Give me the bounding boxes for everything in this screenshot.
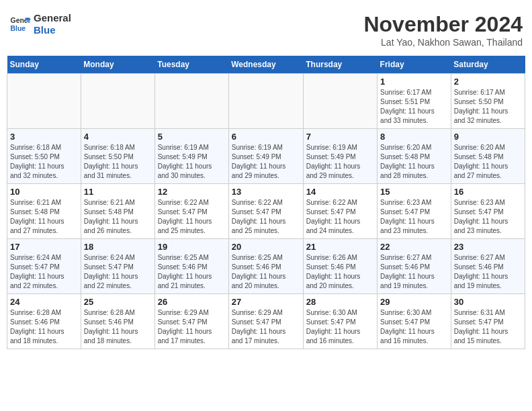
day-detail: Sunrise: 6:29 AM Sunset: 5:47 PM Dayligh… <box>158 308 226 346</box>
header: General Blue General Blue November 2024 … <box>7 7 525 53</box>
day-detail: Sunrise: 6:23 AM Sunset: 5:47 PM Dayligh… <box>380 198 448 236</box>
calendar-week-row: 3Sunrise: 6:18 AM Sunset: 5:50 PM Daylig… <box>7 129 525 184</box>
day-number: 8 <box>380 132 448 142</box>
title-area: November 2024 Lat Yao, Nakhon Sawan, Tha… <box>363 12 523 48</box>
calendar-cell: 8Sunrise: 6:20 AM Sunset: 5:48 PM Daylig… <box>378 129 451 184</box>
day-number: 25 <box>84 297 152 307</box>
calendar-cell: 21Sunrise: 6:26 AM Sunset: 5:46 PM Dayli… <box>303 239 377 294</box>
day-detail: Sunrise: 6:19 AM Sunset: 5:49 PM Dayligh… <box>232 143 300 181</box>
calendar-cell <box>154 74 228 129</box>
weekday-header-thursday: Thursday <box>303 56 377 74</box>
day-detail: Sunrise: 6:24 AM Sunset: 5:47 PM Dayligh… <box>84 253 152 291</box>
day-number: 30 <box>454 297 522 307</box>
weekday-header-row: SundayMondayTuesdayWednesdayThursdayFrid… <box>7 56 525 74</box>
day-number: 22 <box>380 242 448 252</box>
day-detail: Sunrise: 6:20 AM Sunset: 5:48 PM Dayligh… <box>380 143 448 181</box>
day-number: 13 <box>232 187 300 197</box>
day-detail: Sunrise: 6:22 AM Sunset: 5:47 PM Dayligh… <box>306 198 374 236</box>
day-detail: Sunrise: 6:18 AM Sunset: 5:50 PM Dayligh… <box>10 143 78 181</box>
day-detail: Sunrise: 6:19 AM Sunset: 5:49 PM Dayligh… <box>306 143 374 181</box>
location-subtitle: Lat Yao, Nakhon Sawan, Thailand <box>363 37 523 48</box>
day-detail: Sunrise: 6:25 AM Sunset: 5:46 PM Dayligh… <box>158 253 226 291</box>
day-detail: Sunrise: 6:21 AM Sunset: 5:48 PM Dayligh… <box>84 198 152 236</box>
weekday-header-friday: Friday <box>378 56 451 74</box>
calendar-cell: 12Sunrise: 6:22 AM Sunset: 5:47 PM Dayli… <box>154 184 228 239</box>
calendar-week-row: 10Sunrise: 6:21 AM Sunset: 5:48 PM Dayli… <box>7 184 525 239</box>
calendar-cell: 7Sunrise: 6:19 AM Sunset: 5:49 PM Daylig… <box>303 129 377 184</box>
weekday-header-wednesday: Wednesday <box>228 56 303 74</box>
day-number: 19 <box>158 242 226 252</box>
day-detail: Sunrise: 6:17 AM Sunset: 5:51 PM Dayligh… <box>380 88 448 126</box>
day-number: 17 <box>10 242 78 252</box>
day-number: 12 <box>158 187 226 197</box>
day-number: 24 <box>10 297 78 307</box>
calendar-cell: 27Sunrise: 6:29 AM Sunset: 5:47 PM Dayli… <box>228 294 303 349</box>
calendar-cell: 6Sunrise: 6:19 AM Sunset: 5:49 PM Daylig… <box>228 129 303 184</box>
logo-blue: Blue <box>34 24 71 36</box>
calendar-cell: 29Sunrise: 6:30 AM Sunset: 5:47 PM Dayli… <box>378 294 451 349</box>
day-number: 15 <box>380 187 448 197</box>
weekday-header-saturday: Saturday <box>451 56 525 74</box>
calendar-cell: 9Sunrise: 6:20 AM Sunset: 5:48 PM Daylig… <box>451 129 525 184</box>
day-number: 27 <box>232 297 300 307</box>
day-detail: Sunrise: 6:17 AM Sunset: 5:50 PM Dayligh… <box>454 88 522 126</box>
calendar-cell: 1Sunrise: 6:17 AM Sunset: 5:51 PM Daylig… <box>378 74 451 129</box>
day-number: 20 <box>232 242 300 252</box>
weekday-header-monday: Monday <box>81 56 154 74</box>
day-detail: Sunrise: 6:21 AM Sunset: 5:48 PM Dayligh… <box>10 198 78 236</box>
calendar-week-row: 1Sunrise: 6:17 AM Sunset: 5:51 PM Daylig… <box>7 74 525 129</box>
day-number: 3 <box>10 132 78 142</box>
calendar-cell: 26Sunrise: 6:29 AM Sunset: 5:47 PM Dayli… <box>154 294 228 349</box>
calendar-cell: 10Sunrise: 6:21 AM Sunset: 5:48 PM Dayli… <box>7 184 81 239</box>
day-number: 2 <box>454 77 522 87</box>
day-number: 11 <box>84 187 152 197</box>
calendar-week-row: 24Sunrise: 6:28 AM Sunset: 5:46 PM Dayli… <box>7 294 525 349</box>
day-detail: Sunrise: 6:27 AM Sunset: 5:46 PM Dayligh… <box>454 253 522 291</box>
logo: General Blue General Blue <box>9 12 71 36</box>
calendar-cell: 22Sunrise: 6:27 AM Sunset: 5:46 PM Dayli… <box>378 239 451 294</box>
calendar-cell <box>81 74 154 129</box>
calendar-cell: 2Sunrise: 6:17 AM Sunset: 5:50 PM Daylig… <box>451 74 525 129</box>
calendar-cell: 16Sunrise: 6:23 AM Sunset: 5:47 PM Dayli… <box>451 184 525 239</box>
calendar-cell: 30Sunrise: 6:31 AM Sunset: 5:47 PM Dayli… <box>451 294 525 349</box>
day-number: 6 <box>232 132 300 142</box>
day-number: 26 <box>158 297 226 307</box>
month-title: November 2024 <box>363 12 523 37</box>
logo-icon: General Blue <box>9 13 31 35</box>
calendar-cell: 5Sunrise: 6:19 AM Sunset: 5:49 PM Daylig… <box>154 129 228 184</box>
day-detail: Sunrise: 6:22 AM Sunset: 5:47 PM Dayligh… <box>232 198 300 236</box>
calendar-cell: 11Sunrise: 6:21 AM Sunset: 5:48 PM Dayli… <box>81 184 154 239</box>
calendar-cell: 28Sunrise: 6:30 AM Sunset: 5:47 PM Dayli… <box>303 294 377 349</box>
day-detail: Sunrise: 6:25 AM Sunset: 5:46 PM Dayligh… <box>232 253 300 291</box>
calendar-cell: 15Sunrise: 6:23 AM Sunset: 5:47 PM Dayli… <box>378 184 451 239</box>
calendar-cell <box>228 74 303 129</box>
calendar-cell <box>7 74 81 129</box>
day-detail: Sunrise: 6:27 AM Sunset: 5:46 PM Dayligh… <box>380 253 448 291</box>
calendar-cell: 20Sunrise: 6:25 AM Sunset: 5:46 PM Dayli… <box>228 239 303 294</box>
day-detail: Sunrise: 6:30 AM Sunset: 5:47 PM Dayligh… <box>380 308 448 346</box>
calendar-cell: 13Sunrise: 6:22 AM Sunset: 5:47 PM Dayli… <box>228 184 303 239</box>
day-detail: Sunrise: 6:24 AM Sunset: 5:47 PM Dayligh… <box>10 253 78 291</box>
day-number: 14 <box>306 187 374 197</box>
calendar-header: SundayMondayTuesdayWednesdayThursdayFrid… <box>7 56 525 74</box>
day-detail: Sunrise: 6:22 AM Sunset: 5:47 PM Dayligh… <box>158 198 226 236</box>
day-detail: Sunrise: 6:28 AM Sunset: 5:46 PM Dayligh… <box>10 308 78 346</box>
weekday-header-sunday: Sunday <box>7 56 81 74</box>
calendar-body: 1Sunrise: 6:17 AM Sunset: 5:51 PM Daylig… <box>7 74 525 349</box>
day-detail: Sunrise: 6:20 AM Sunset: 5:48 PM Dayligh… <box>454 143 522 181</box>
day-number: 10 <box>10 187 78 197</box>
calendar-cell: 19Sunrise: 6:25 AM Sunset: 5:46 PM Dayli… <box>154 239 228 294</box>
day-number: 7 <box>306 132 374 142</box>
day-number: 1 <box>380 77 448 87</box>
day-detail: Sunrise: 6:29 AM Sunset: 5:47 PM Dayligh… <box>232 308 300 346</box>
calendar-week-row: 17Sunrise: 6:24 AM Sunset: 5:47 PM Dayli… <box>7 239 525 294</box>
day-detail: Sunrise: 6:23 AM Sunset: 5:47 PM Dayligh… <box>454 198 522 236</box>
logo-general: General <box>34 12 71 24</box>
calendar-cell: 25Sunrise: 6:28 AM Sunset: 5:46 PM Dayli… <box>81 294 154 349</box>
day-number: 16 <box>454 187 522 197</box>
day-detail: Sunrise: 6:28 AM Sunset: 5:46 PM Dayligh… <box>84 308 152 346</box>
day-detail: Sunrise: 6:26 AM Sunset: 5:46 PM Dayligh… <box>306 253 374 291</box>
day-detail: Sunrise: 6:19 AM Sunset: 5:49 PM Dayligh… <box>158 143 226 181</box>
svg-text:Blue: Blue <box>11 25 26 32</box>
day-detail: Sunrise: 6:31 AM Sunset: 5:47 PM Dayligh… <box>454 308 522 346</box>
